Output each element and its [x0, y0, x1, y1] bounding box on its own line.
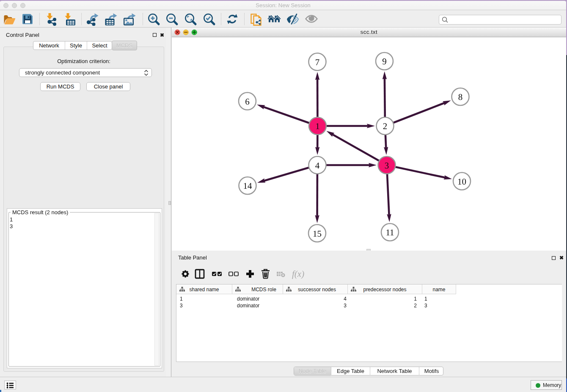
svg-text:8: 8	[458, 92, 463, 102]
svg-text:10: 10	[457, 177, 466, 187]
svg-text:f(x): f(x)	[292, 269, 304, 279]
svg-text:3: 3	[385, 160, 389, 171]
svg-text:6: 6	[245, 97, 250, 107]
svg-text:4: 4	[315, 160, 320, 171]
svg-text:1: 1	[315, 121, 320, 131]
svg-text:7: 7	[315, 57, 320, 67]
svg-text:15: 15	[313, 229, 322, 239]
svg-text:14: 14	[243, 181, 253, 191]
svg-text:11: 11	[385, 227, 394, 237]
svg-text:9: 9	[382, 56, 387, 66]
svg-text:2: 2	[383, 121, 388, 131]
